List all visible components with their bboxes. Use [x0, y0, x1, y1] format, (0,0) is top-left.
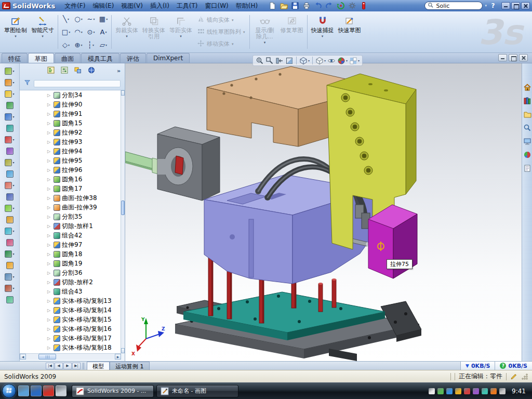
tree-item[interactable]: ▷分割35 — [20, 212, 121, 221]
tool-flyout-icon[interactable] — [6, 169, 14, 178]
tray-icon-5[interactable] — [464, 388, 470, 394]
tree-item[interactable]: ▷分割36 — [20, 268, 121, 277]
expand-arrow-icon[interactable]: ▷ — [47, 252, 52, 257]
graphics-viewport[interactable]: Y Z X — [125, 63, 522, 361]
expand-arrow-icon[interactable]: ▷ — [47, 187, 52, 191]
tree-vertical-scrollbar[interactable] — [121, 90, 125, 353]
tab-overflow-chevron[interactable]: » — [117, 68, 121, 74]
tool-flyout-icon[interactable]: ▾ — [5, 66, 14, 75]
search-results-tab[interactable] — [523, 124, 531, 132]
ellipse-tool-icon[interactable]: ⊙▾ — [85, 25, 97, 38]
expand-arrow-icon[interactable]: ▷ — [47, 299, 52, 303]
tree-item[interactable]: ▷实体-移动/复制17 — [20, 334, 121, 343]
tool-flyout-icon[interactable] — [6, 261, 14, 270]
display-delete-relations-button[interactable]: 显示/删除几...▾ — [251, 12, 278, 51]
filter-input[interactable] — [34, 80, 121, 87]
save-button[interactable] — [290, 1, 300, 10]
featuremanager-tab-icon[interactable] — [47, 66, 55, 76]
move-entities-button[interactable]: 移动实体▾ — [195, 39, 247, 49]
quick-snaps-button[interactable]: 快速捕捉▾ — [309, 12, 336, 51]
expand-arrow-icon[interactable]: ▷ — [47, 121, 52, 126]
bottom-tab-model[interactable]: 模型 — [87, 362, 110, 370]
convert-entities-button[interactable]: 转换实体引用 — [140, 12, 167, 51]
menu-item-1[interactable]: 编辑(E) — [89, 1, 117, 11]
tree-horizontal-scrollbar[interactable]: ◀ ▶ — [20, 353, 121, 360]
menu-item-4[interactable]: 工具(T) — [173, 1, 202, 11]
pattern-grid-tool-icon[interactable]: ▦▾ — [97, 12, 110, 25]
expand-arrow-icon[interactable]: ▷ — [47, 271, 52, 275]
expand-arrow-icon[interactable]: ▷ — [47, 215, 52, 219]
rx-button[interactable] — [358, 1, 369, 10]
point-tool-icon[interactable]: ⊕▾ — [72, 38, 85, 51]
tree-item[interactable]: ▷组合43 — [20, 287, 121, 296]
tree-item[interactable]: ▷拉伸92 — [20, 128, 121, 137]
search-dropdown-caret[interactable]: ▾ — [485, 4, 487, 8]
menu-item-0[interactable]: 文件(F) — [61, 1, 89, 11]
expand-arrow-icon[interactable]: ▷ — [47, 149, 52, 154]
edit-appearance-button[interactable]: ▾ — [337, 57, 348, 65]
sketch-button[interactable]: 草图绘制▾ — [2, 12, 29, 51]
apply-scene-button[interactable]: ▾ — [349, 57, 360, 65]
undo-button[interactable] — [313, 1, 323, 10]
hscroll-thumb[interactable] — [38, 354, 56, 360]
tree-item[interactable]: ▷圆角17 — [20, 184, 121, 193]
tree-item[interactable]: ▷拉伸94 — [20, 147, 121, 156]
solidworks-quick-icon[interactable] — [43, 385, 54, 396]
tree-item[interactable]: ▷切除-放样2 — [20, 277, 121, 287]
expand-arrow-icon[interactable]: ▷ — [47, 224, 52, 229]
dimxpertmanager-tab-icon[interactable] — [87, 66, 96, 76]
expand-arrow-icon[interactable]: ▷ — [47, 289, 52, 294]
menu-item-3[interactable]: 插入(I) — [147, 1, 173, 11]
tree-item[interactable]: ▷拉伸90 — [20, 100, 121, 109]
expand-arrow-icon[interactable]: ▷ — [47, 261, 52, 266]
expand-arrow-icon[interactable]: ▷ — [47, 280, 52, 285]
scroll-thumb[interactable] — [121, 201, 125, 215]
zoom-area-button[interactable] — [265, 57, 274, 65]
tree-item[interactable]: ▷拉伸96 — [20, 165, 121, 175]
tray-icon-3[interactable] — [446, 388, 453, 394]
scroll-down-arrow[interactable] — [121, 348, 125, 353]
smart-dimension-button[interactable]: 智能尺寸▾ — [29, 12, 56, 51]
bottom-tab-motion[interactable]: 运动算例 1 — [110, 362, 150, 370]
tool-flyout-icon[interactable]: ▾ — [5, 135, 14, 144]
rapid-sketch-button[interactable]: 快速草图 — [336, 12, 363, 51]
show-desktop-icon[interactable] — [18, 385, 29, 396]
section-view-button[interactable] — [285, 57, 294, 65]
expand-arrow-icon[interactable]: ▷ — [47, 102, 52, 107]
tab-曲面[interactable]: 曲面 — [55, 53, 81, 63]
tray-icon-9[interactable] — [499, 388, 506, 394]
tab-scroll-button[interactable]: ▶| — [72, 363, 81, 369]
doc-close-button[interactable] — [519, 54, 528, 61]
expand-arrow-icon[interactable]: ▷ — [47, 140, 52, 144]
print-button[interactable] — [301, 1, 312, 10]
view-palette-tab[interactable] — [523, 137, 531, 145]
help-button[interactable]: ? — [489, 2, 497, 9]
tool-flyout-icon[interactable]: ▾ — [5, 158, 14, 167]
options-button[interactable] — [347, 1, 357, 10]
resources-home-tab[interactable] — [523, 83, 531, 91]
tree-item[interactable]: ▷拉伸95 — [20, 156, 121, 165]
tab-scroll-button[interactable]: |◀ — [46, 363, 54, 369]
tray-icon-1[interactable] — [429, 388, 435, 394]
tool-flyout-icon[interactable] — [6, 147, 14, 155]
scroll-right-arrow[interactable]: ▶ — [115, 354, 121, 360]
expand-arrow-icon[interactable]: ▷ — [47, 196, 52, 201]
media-player-icon[interactable] — [31, 385, 42, 396]
tree-item[interactable]: ▷切除-放样1 — [20, 221, 121, 231]
tab-scroll-button[interactable]: ▶ — [63, 363, 72, 369]
tab-splitter-handle[interactable] — [83, 363, 85, 369]
scroll-left-arrow[interactable]: ◀ — [20, 354, 26, 360]
tree-item[interactable]: ▷拉伸93 — [20, 137, 121, 147]
tree-item[interactable]: ▷拉伸97 — [20, 240, 121, 249]
linear-sketch-pattern-button[interactable]: 线性草图阵列▾ — [195, 27, 247, 37]
custom-properties-tab[interactable] — [523, 164, 531, 172]
expand-arrow-icon[interactable]: ▷ — [47, 93, 52, 98]
tree-item[interactable]: ▷实体-移动/复制13 — [20, 296, 121, 305]
trim-entities-button[interactable]: 剪裁实体▾ — [113, 12, 140, 51]
tool-flyout-icon[interactable] — [6, 295, 14, 304]
search-input[interactable]: Solic — [424, 2, 483, 10]
repair-sketch-button[interactable]: 修复草图 — [278, 12, 305, 51]
view-orientation-button[interactable]: ▾ — [299, 57, 310, 65]
propertymanager-tab-icon[interactable] — [60, 66, 69, 76]
expand-arrow-icon[interactable]: ▷ — [47, 205, 52, 210]
